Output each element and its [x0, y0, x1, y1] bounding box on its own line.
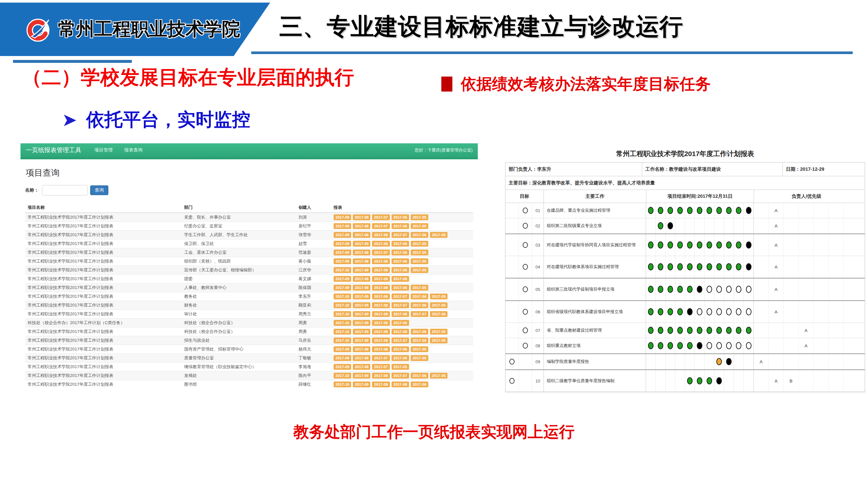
report-month-badge[interactable]: 2017-10 — [334, 329, 351, 335]
report-month-badge[interactable]: 2017-09 — [353, 338, 370, 343]
report-month-badge[interactable]: 2017-07 — [372, 214, 390, 220]
report-month-badge[interactable]: 2017-06 — [411, 373, 428, 379]
report-month-badge[interactable]: 2017-05 — [411, 267, 428, 273]
report-month-badge[interactable]: 2017-05 — [430, 302, 447, 308]
report-month-badge[interactable]: 2017-09 — [353, 381, 370, 387]
report-month-badge[interactable]: 2017-06 — [392, 241, 409, 247]
report-month-badge[interactable]: 2017-05 — [392, 364, 409, 370]
report-month-badge[interactable]: 2017-05 — [411, 223, 428, 229]
report-month-badge[interactable]: 2017-08 — [353, 355, 370, 361]
report-month-badge[interactable]: 2017-08 — [372, 302, 390, 308]
report-month-badge[interactable]: 2017-06 — [392, 267, 409, 273]
report-month-badge[interactable]: 2017-09 — [353, 373, 370, 379]
report-month-badge[interactable]: 2017-06 — [411, 232, 428, 238]
report-month-badge[interactable]: 2017-06 — [392, 346, 409, 352]
report-month-badge[interactable]: 2017-06 — [392, 250, 409, 255]
report-month-badge[interactable]: 2017-08 — [372, 241, 390, 247]
report-month-badge[interactable]: 2017-08 — [372, 293, 390, 299]
report-month-badge[interactable]: 2017-09 — [353, 241, 370, 247]
report-month-badge[interactable]: 2017-06 — [430, 311, 447, 317]
report-month-badge[interactable]: 2017-07 — [392, 373, 409, 379]
report-month-badge[interactable]: 2017-09 — [334, 241, 351, 247]
app-brand[interactable]: 一页纸报表管理工具 — [26, 146, 81, 154]
report-month-badge[interactable]: 2017-09 — [334, 355, 351, 361]
report-month-badge[interactable]: 2017-05 — [411, 355, 428, 361]
report-month-badge[interactable]: 2017-08 — [392, 381, 409, 387]
report-month-badge[interactable]: 2017-08 — [392, 276, 409, 282]
report-month-badge[interactable]: 2017-08 — [372, 329, 390, 335]
report-month-badge[interactable]: 2017-09 — [353, 302, 370, 308]
report-month-badge[interactable]: 2017-05 — [430, 338, 447, 343]
report-month-badge[interactable]: 2017-08 — [353, 232, 370, 238]
report-month-badge[interactable]: 2017-08 — [353, 258, 370, 264]
report-month-badge[interactable]: 2017-08 — [372, 311, 390, 317]
report-month-badge[interactable]: 2017-09 — [353, 320, 370, 326]
report-month-badge[interactable]: 2017-10 — [334, 293, 351, 299]
report-month-badge[interactable]: 2017-08 — [372, 258, 390, 264]
report-month-badge[interactable]: 2017-08 — [372, 267, 390, 273]
report-month-badge[interactable]: 2017-08 — [392, 311, 409, 317]
search-input[interactable] — [42, 185, 88, 196]
report-month-badge[interactable]: 2017-09 — [334, 346, 351, 352]
report-month-badge[interactable]: 2017-06 — [411, 329, 428, 335]
report-month-badge[interactable]: 2017-07 — [392, 302, 409, 308]
report-month-badge[interactable]: 2017-09 — [334, 214, 351, 220]
report-month-badge[interactable]: 2017-07 — [411, 311, 428, 317]
report-month-badge[interactable]: 2017-07 — [392, 232, 409, 238]
report-month-badge[interactable]: 2017-08 — [353, 285, 370, 291]
report-month-badge[interactable]: 2017-08 — [353, 214, 370, 220]
report-month-badge[interactable]: 2017-08 — [353, 364, 370, 370]
report-month-badge[interactable]: 2017-09 — [353, 267, 370, 273]
report-month-badge[interactable]: 2017-10 — [334, 338, 351, 343]
report-month-badge[interactable]: 2017-08 — [372, 276, 390, 282]
report-month-badge[interactable]: 2017-10 — [334, 320, 351, 326]
report-month-badge[interactable]: 2017-08 — [372, 320, 390, 326]
report-month-badge[interactable]: 2017-07 — [372, 364, 390, 370]
report-month-badge[interactable]: 2017-09 — [334, 276, 351, 282]
report-month-badge[interactable]: 2017-09 — [353, 311, 370, 317]
report-month-badge[interactable]: 2017-10 — [334, 381, 351, 387]
report-month-badge[interactable]: 2017-06 — [392, 214, 409, 220]
report-month-badge[interactable]: 2017-05 — [430, 293, 447, 299]
report-month-badge[interactable]: 2017-07 — [392, 338, 409, 343]
report-month-badge[interactable]: 2017-08 — [353, 346, 370, 352]
report-month-badge[interactable]: 2017-08 — [372, 338, 390, 343]
report-month-badge[interactable]: 2017-06 — [411, 381, 428, 387]
report-month-badge[interactable]: 2017-05 — [411, 250, 428, 255]
report-month-badge[interactable]: 2017-05 — [430, 232, 447, 238]
report-month-badge[interactable]: 2017-07 — [392, 293, 409, 299]
nav-item-report-query[interactable]: 报表查询 — [124, 147, 143, 153]
report-month-badge[interactable]: 2017-08 — [353, 250, 370, 255]
report-month-badge[interactable]: 2017-08 — [372, 373, 390, 379]
report-month-badge[interactable]: 2017-05 — [411, 285, 428, 291]
report-month-badge[interactable]: 2017-07 — [372, 250, 390, 255]
report-month-badge[interactable]: 2017-09 — [334, 258, 351, 264]
report-month-badge[interactable]: 2017-10 — [334, 373, 351, 379]
report-month-badge[interactable]: 2017-10 — [334, 302, 351, 308]
report-month-badge[interactable]: 2017-06 — [392, 320, 409, 326]
report-month-badge[interactable]: 2017-05 — [411, 346, 428, 352]
report-month-badge[interactable]: 2017-09 — [334, 232, 351, 238]
report-month-badge[interactable]: 2017-05 — [430, 373, 447, 379]
report-month-badge[interactable]: 2017-09 — [334, 250, 351, 255]
report-month-badge[interactable]: 2017-07 — [372, 355, 390, 361]
report-month-badge[interactable]: 2017-07 — [372, 223, 390, 229]
report-month-badge[interactable]: 2017-10 — [334, 311, 351, 317]
report-month-badge[interactable]: 2017-08 — [353, 276, 370, 282]
report-month-badge[interactable]: 2017-09 — [353, 293, 370, 299]
report-month-badge[interactable]: 2017-05 — [411, 258, 428, 264]
report-month-badge[interactable]: 2017-05 — [430, 329, 447, 335]
report-month-badge[interactable]: 2017-09 — [334, 285, 351, 291]
nav-item-project-manage[interactable]: 项目管理 — [94, 147, 113, 153]
report-month-badge[interactable]: 2017-08 — [372, 232, 390, 238]
report-month-badge[interactable]: 2017-08 — [372, 346, 390, 352]
report-month-badge[interactable]: 2017-06 — [392, 258, 409, 264]
report-month-badge[interactable]: 2017-08 — [372, 285, 390, 291]
navbar-user-info[interactable]: 您好：卞重庆(质量管理办公室) — [415, 147, 472, 153]
report-month-badge[interactable]: 2017-06 — [392, 285, 409, 291]
report-month-badge[interactable]: 2017-08 — [353, 223, 370, 229]
report-month-badge[interactable]: 2017-09 — [334, 223, 351, 229]
search-button[interactable]: 查询 — [90, 185, 108, 195]
report-month-badge[interactable]: 2017-08 — [372, 381, 390, 387]
report-month-badge[interactable]: 2017-06 — [392, 223, 409, 229]
